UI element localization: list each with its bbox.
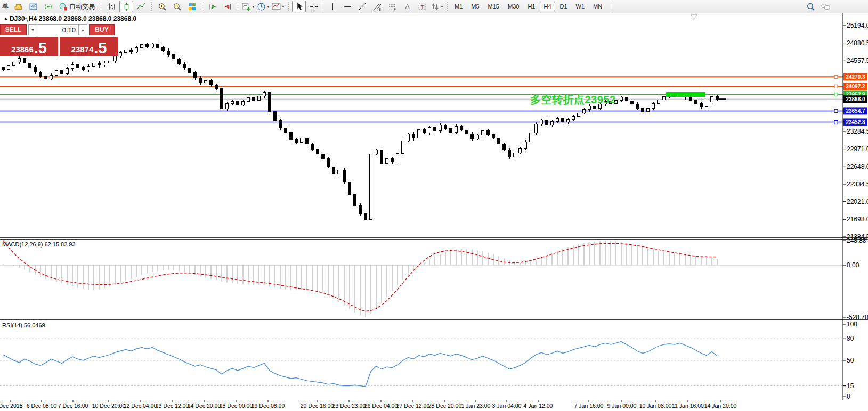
rsi-tick-label: 50 xyxy=(847,357,854,364)
rsi-tick-label: 0 xyxy=(847,393,850,400)
rsi-tick-label: 100 xyxy=(847,320,857,328)
time-label[interactable]: 14 Dec 20:00 xyxy=(188,402,221,409)
price-tick-label: 23284.5 xyxy=(847,128,868,135)
level-handle[interactable] xyxy=(834,85,838,88)
price-badge-label: 24270.3 xyxy=(846,74,865,80)
price-tick-label: 22971.0 xyxy=(847,145,868,153)
volume-decrease-button[interactable]: ▾ xyxy=(28,24,37,35)
time-label[interactable]: 4 Jan 12:00 xyxy=(524,402,553,409)
time-label[interactable]: 6 Dec 08:00 xyxy=(27,402,57,409)
macd-tick-label: -528.78 xyxy=(847,314,868,321)
rsi-tick-label: 15 xyxy=(847,382,854,390)
price-badge-label: 23654.7 xyxy=(846,108,865,114)
time-label[interactable]: 28 Dec 20:00 xyxy=(428,402,462,409)
time-label[interactable]: 10 Dec 20:00 xyxy=(92,402,126,409)
price-tick-label: 21698.0 xyxy=(847,216,868,223)
collapse-marker-icon[interactable]: ▲ xyxy=(4,16,8,21)
time-label[interactable]: 3 Jan 04:00 xyxy=(492,402,522,409)
sell-price[interactable]: 23866.5 xyxy=(0,37,58,56)
level-handle[interactable] xyxy=(834,93,838,96)
time-label[interactable]: Dec 2018 xyxy=(0,402,23,409)
time-label[interactable]: 10 Jan 08:00 xyxy=(639,402,672,409)
level-handle[interactable] xyxy=(834,109,838,112)
time-label[interactable]: 27 Dec 12:00 xyxy=(396,402,430,409)
price-tick-label: 22648.0 xyxy=(847,163,868,170)
macd-tick-label: 0.00 xyxy=(847,261,859,269)
time-label[interactable]: 12 Dec 04:00 xyxy=(124,402,157,409)
time-label[interactable]: 20 Dec 16:00 xyxy=(301,402,334,409)
time-label[interactable]: 13 Dec 12:00 xyxy=(156,402,189,409)
price-badge-label: 23868.0 xyxy=(846,96,865,102)
sell-button[interactable]: SELL xyxy=(0,24,27,35)
price-tick-label: 24557.5 xyxy=(847,57,868,64)
candles xyxy=(2,42,719,221)
chart-title: ▲DJ30-,H4 23868.0 23868.0 23868.0 23868.… xyxy=(4,15,136,22)
volume-input[interactable]: 0.10 xyxy=(37,24,78,35)
rsi-line xyxy=(3,342,717,387)
macd-tick-label: 248.88 xyxy=(847,237,866,244)
time-label[interactable]: 14 Jan 20:00 xyxy=(704,402,737,409)
buy-button[interactable]: BUY xyxy=(89,24,115,35)
buy-price-main: 23874 xyxy=(71,45,94,53)
mt4-window: 单 自动交易 xyxy=(0,0,868,411)
buy-price-frac: .5 xyxy=(94,42,107,55)
level-handle[interactable] xyxy=(834,120,838,124)
green-zone-rectangle[interactable] xyxy=(666,92,705,97)
rsi-tick-label: 80 xyxy=(847,335,854,342)
macd-label: MACD(12,26,9) 62.15 82.93 xyxy=(2,241,76,248)
chart-canvas[interactable]: MACD(12,26,9) 62.15 82.93 RSI(14) 56.046… xyxy=(0,0,868,411)
annotation-text[interactable]: 多空转折点23952 xyxy=(530,93,616,107)
price-tick-label: 25194.0 xyxy=(847,22,868,29)
macd-histogram xyxy=(3,241,717,317)
time-label[interactable]: 11 Jan 16:00 xyxy=(672,402,704,409)
buy-price[interactable]: 23874.5 xyxy=(60,37,118,56)
price-tick-label: 22021.0 xyxy=(847,198,868,206)
time-label[interactable]: 7 Dec 16:00 xyxy=(58,402,88,409)
time-label[interactable]: 26 Dec 04:00 xyxy=(364,402,398,409)
price-tick-label: 24880.5 xyxy=(847,39,868,47)
price-tick-label: 22334.5 xyxy=(847,180,868,188)
rsi-label: RSI(14) 56.0469 xyxy=(2,322,45,328)
time-label[interactable]: 7 Jan 16:00 xyxy=(574,402,604,409)
time-label[interactable]: 19 Dec 08:00 xyxy=(252,402,285,409)
level-handle[interactable] xyxy=(834,75,838,78)
time-label[interactable]: 23 Dec 23:00 xyxy=(332,402,366,409)
time-label[interactable]: 18 Dec 00:00 xyxy=(220,402,253,409)
chart-shift-marker-icon[interactable] xyxy=(691,14,697,19)
price-badge-label: 24097.2 xyxy=(846,84,865,89)
sell-price-main: 23866 xyxy=(11,45,34,53)
time-label[interactable]: 1 Jan 23:00 xyxy=(461,402,491,409)
time-label[interactable]: 9 Jan 00:00 xyxy=(607,402,637,409)
sell-price-frac: .5 xyxy=(34,42,47,55)
one-click-trading-panel: SELL ▾ 0.10 ▴ BUY 23866.5 23874.5 xyxy=(0,24,118,56)
volume-increase-button[interactable]: ▴ xyxy=(78,24,87,35)
price-badge-label: 23452.8 xyxy=(846,119,865,125)
chart-title-text: DJ30-,H4 23868.0 23868.0 23868.0 23868.0 xyxy=(10,15,136,22)
